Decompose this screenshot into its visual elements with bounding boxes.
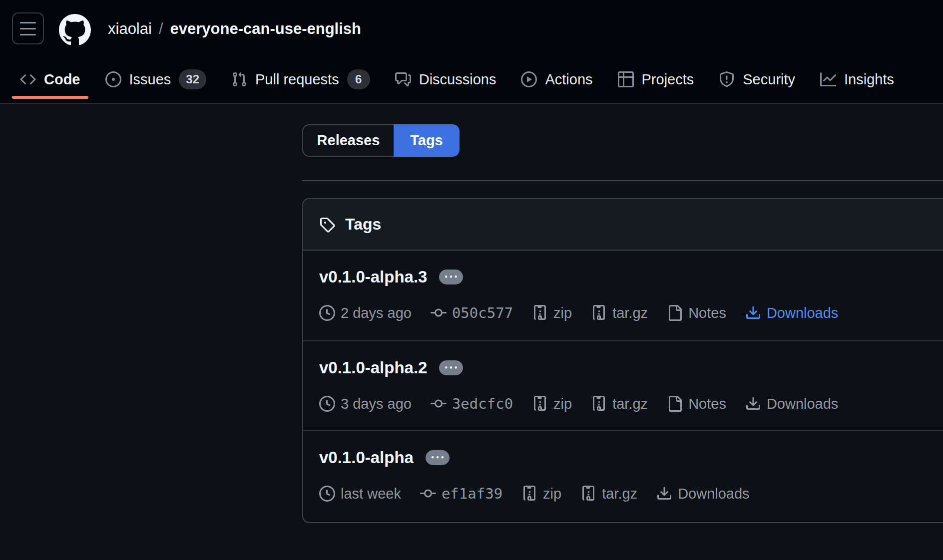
- tag-date: 2 days ago: [319, 305, 412, 321]
- github-tags-page: xiaolai / everyone-can-use-english Code …: [0, 0, 943, 560]
- tab-projects-label: Projects: [642, 71, 694, 88]
- file-zip-icon: [532, 396, 548, 412]
- tab-security[interactable]: Security: [710, 60, 804, 99]
- breadcrumb-repo-link[interactable]: everyone-can-use-english: [170, 20, 361, 38]
- pull-requests-counter-badge: 6: [347, 69, 370, 89]
- clock-icon: [319, 486, 335, 502]
- commit-sha: 050c577: [452, 304, 513, 321]
- tab-actions[interactable]: Actions: [512, 60, 601, 99]
- kebab-horizontal-icon[interactable]: [426, 450, 450, 465]
- tag-date-label: 2 days ago: [341, 305, 412, 321]
- tag-commit-link[interactable]: 050c577: [431, 304, 513, 321]
- targz-label: tar.gz: [602, 486, 637, 502]
- targz-label: tar.gz: [612, 396, 648, 412]
- issue-opened-icon: [105, 71, 121, 87]
- notes-label: Notes: [688, 396, 726, 412]
- clock-icon: [319, 305, 335, 321]
- zip-label: zip: [553, 305, 572, 321]
- tag-date-label: last week: [341, 486, 401, 502]
- downloads-link[interactable]: Downloads: [745, 396, 838, 412]
- downloads-label: Downloads: [767, 305, 838, 321]
- tag-name-link[interactable]: v0.1.0-alpha.2: [319, 358, 427, 377]
- table-icon: [618, 71, 634, 87]
- downloads-label: Downloads: [767, 396, 838, 412]
- tag-name-link[interactable]: v0.1.0-alpha.3: [319, 268, 427, 286]
- zip-label: zip: [543, 486, 561, 502]
- notes-link[interactable]: Notes: [667, 396, 726, 412]
- targz-download-link[interactable]: tar.gz: [591, 305, 648, 321]
- content-divider: [302, 180, 943, 181]
- code-icon: [20, 71, 36, 87]
- zip-download-link[interactable]: zip: [532, 396, 572, 412]
- tab-discussions[interactable]: Discussions: [386, 60, 505, 99]
- tag-date: 3 days ago: [319, 396, 412, 412]
- tag-icon: [319, 217, 335, 233]
- comment-discussion-icon: [395, 71, 411, 87]
- hamburger-menu-button[interactable]: [12, 12, 44, 44]
- downloads-link[interactable]: Downloads: [745, 305, 838, 321]
- tag-commit-link[interactable]: 3edcfc0: [431, 395, 513, 412]
- notes-link[interactable]: Notes: [667, 305, 726, 321]
- notes-label: Notes: [688, 305, 726, 321]
- targz-label: tar.gz: [612, 305, 648, 321]
- breadcrumb-separator: /: [159, 20, 163, 38]
- shield-icon: [719, 71, 735, 87]
- zip-download-link[interactable]: zip: [521, 486, 561, 502]
- zip-label: zip: [553, 396, 572, 412]
- downloads-link[interactable]: Downloads: [656, 486, 749, 502]
- play-icon: [521, 71, 537, 87]
- file-icon: [667, 305, 683, 321]
- git-pull-request-icon: [231, 71, 247, 87]
- git-commit-icon: [420, 486, 436, 502]
- tab-code-label: Code: [44, 71, 80, 88]
- downloads-label: Downloads: [678, 486, 749, 502]
- app-header: xiaolai / everyone-can-use-english Code …: [0, 0, 943, 104]
- targz-download-link[interactable]: tar.gz: [580, 486, 637, 502]
- tab-pull-requests[interactable]: Pull requests 6: [222, 60, 379, 99]
- file-zip-icon: [580, 486, 596, 502]
- kebab-horizontal-icon[interactable]: [439, 360, 463, 375]
- tab-issues[interactable]: Issues 32: [96, 60, 216, 99]
- releases-tags-switcher: Releases Tags: [302, 124, 460, 157]
- tab-issues-label: Issues: [129, 71, 171, 88]
- tab-actions-label: Actions: [545, 71, 592, 88]
- kebab-horizontal-icon[interactable]: [439, 270, 463, 284]
- tab-pull-requests-label: Pull requests: [255, 71, 339, 88]
- tag-date-label: 3 days ago: [341, 396, 412, 412]
- repo-nav: Code Issues 32 Pull requests 6 Discussio…: [11, 60, 903, 99]
- releases-button[interactable]: Releases: [302, 124, 394, 157]
- commit-sha: ef1af39: [442, 485, 502, 502]
- git-commit-icon: [431, 305, 447, 321]
- git-commit-icon: [431, 396, 447, 412]
- tab-projects[interactable]: Projects: [609, 60, 703, 99]
- tag-row: v0.1.0-alpha.2 3 days ago 3edcfc0 zip: [303, 340, 943, 430]
- file-zip-icon: [532, 305, 548, 321]
- tags-panel-header: Tags: [303, 199, 943, 251]
- clock-icon: [319, 396, 335, 412]
- tag-row: v0.1.0-alpha.3 2 days ago 050c577 zip: [303, 251, 943, 340]
- tags-panel-title: Tags: [345, 215, 381, 234]
- zip-download-link[interactable]: zip: [532, 305, 572, 321]
- issues-counter-badge: 32: [179, 69, 206, 89]
- tab-security-label: Security: [743, 71, 795, 88]
- tag-row: v0.1.0-alpha last week ef1af39 zip: [303, 430, 943, 523]
- tag-date: last week: [319, 486, 401, 502]
- tags-panel: Tags v0.1.0-alpha.3 2 days ago 050c577: [302, 198, 943, 523]
- github-logo-icon[interactable]: [59, 14, 91, 46]
- graph-icon: [820, 71, 836, 87]
- tab-discussions-label: Discussions: [419, 71, 496, 88]
- tag-commit-link[interactable]: ef1af39: [420, 485, 502, 502]
- tab-code[interactable]: Code: [11, 60, 89, 99]
- download-icon: [745, 305, 761, 321]
- breadcrumb-owner-link[interactable]: xiaolai: [108, 20, 152, 38]
- download-icon: [656, 486, 672, 502]
- download-icon: [745, 396, 761, 412]
- tab-insights[interactable]: Insights: [811, 60, 903, 99]
- tags-button[interactable]: Tags: [394, 124, 460, 157]
- file-zip-icon: [591, 305, 607, 321]
- file-zip-icon: [521, 486, 537, 502]
- targz-download-link[interactable]: tar.gz: [591, 396, 648, 412]
- tag-name-link[interactable]: v0.1.0-alpha: [319, 448, 414, 467]
- commit-sha: 3edcfc0: [452, 395, 513, 412]
- file-icon: [667, 396, 683, 412]
